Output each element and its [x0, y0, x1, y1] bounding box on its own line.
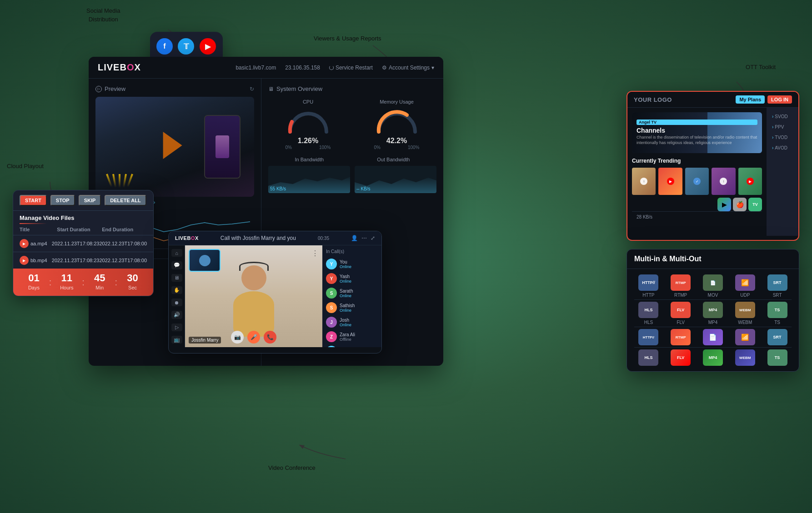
- service-restart-btn[interactable]: Service Restart: [329, 65, 373, 71]
- account-settings-btn[interactable]: ⚙ Account Settings ▾: [382, 65, 434, 71]
- countdown-days-label: Days: [28, 285, 40, 290]
- ott-body: Angel TV Channels Channel is the dissemi…: [627, 108, 798, 236]
- srt-icon: SRT: [767, 274, 787, 291]
- vc-logo-accent: O: [191, 235, 195, 241]
- youtube-icon[interactable]: ▶: [200, 38, 216, 55]
- http-icon: HTTP//: [638, 274, 658, 291]
- playout-delete-btn[interactable]: DELETE ALL: [105, 195, 146, 206]
- vc-participant-zara: Z Zara Ali Offline: [326, 329, 378, 344]
- preview-video: [95, 97, 254, 197]
- multi-flv-v2: FLV: [667, 349, 695, 366]
- countdown-sep-2: :: [81, 273, 85, 291]
- vc-expand-icon[interactable]: ⤢: [371, 235, 375, 241]
- avatar-zara: Z: [326, 331, 337, 342]
- ott-nav-svod[interactable]: SVOD: [769, 112, 796, 121]
- mp4-icon: MP4: [703, 302, 723, 318]
- vc-participants-title: In Call(s): [326, 249, 378, 254]
- ott-login-btn[interactable]: LOG IN: [767, 95, 792, 104]
- ott-nav-avod[interactable]: AVOD: [769, 144, 796, 152]
- file-2-icon: ▶: [20, 256, 29, 265]
- memory-max: 100%: [408, 145, 420, 150]
- preview-title: ▷ Preview ↻: [95, 85, 254, 92]
- play-store-btn[interactable]: ▶: [717, 198, 731, 211]
- livebox-logo: LIVEBOX: [98, 62, 141, 73]
- stage-lights: [105, 174, 135, 188]
- ott-thumb-1[interactable]: ↑: [632, 168, 656, 195]
- annotation-cloud: Cloud Playout: [7, 162, 44, 170]
- vc-mic-btn[interactable]: 🎤: [247, 331, 260, 344]
- vc-user-icon[interactable]: 👤: [351, 235, 358, 241]
- ott-thumb-5[interactable]: ▶: [738, 168, 762, 195]
- playout-header: START STOP SKIP DELETE ALL: [13, 190, 153, 211]
- preview-refresh[interactable]: ↻: [250, 86, 254, 92]
- cpu-gauge-svg: [286, 107, 331, 134]
- header-info: basic1.livb7.com 23.106.35.158 Service R…: [236, 65, 434, 71]
- thumb-2-icon: ▶: [667, 178, 674, 185]
- part-name-yash: Yash: [340, 274, 378, 279]
- vc-video-btn[interactable]: 📷: [231, 331, 244, 344]
- memory-gauge-svg: [374, 107, 420, 134]
- mp4-v2-icon: MP4: [703, 349, 723, 366]
- part-name-sathish: Sathish: [340, 303, 378, 308]
- vc-settings-icon[interactable]: ⋯: [361, 235, 367, 241]
- doc-icon: 📄: [703, 329, 723, 345]
- twitter-icon[interactable]: 𝕋: [178, 38, 194, 55]
- ts-label: TS: [774, 320, 780, 325]
- ott-thumb-2[interactable]: ▶: [658, 168, 682, 195]
- countdown-row: 01 Days : 11 Hours : 45 Min : 30 Sec: [13, 269, 153, 296]
- ott-hero-banner: Angel TV Channels Channel is the dissemi…: [632, 112, 762, 153]
- vc-share-icon[interactable]: ▷: [171, 324, 182, 331]
- ott-header-btns: My Plans LOG IN: [736, 95, 792, 104]
- file-2-end: 2022.12.23T17:08:00: [99, 258, 147, 263]
- vc-record-icon[interactable]: ⏺: [171, 299, 182, 306]
- vc-chat-icon[interactable]: 💬: [171, 261, 182, 269]
- vc-more-icon[interactable]: ⋮: [311, 249, 319, 258]
- person-head: [241, 265, 266, 290]
- rtmp-icon: RTMP: [671, 274, 691, 291]
- bandwidth-section: In Bandwidth Out Bandwidth 55 KB/s -- KB…: [268, 157, 436, 193]
- cpu-min: 0%: [286, 145, 292, 150]
- vc-call-title: Call with Jossfin Marry and you: [221, 235, 296, 241]
- vc-sound-icon[interactable]: 🔊: [171, 311, 182, 319]
- avatar-yash: Y: [326, 273, 337, 284]
- rtmp-label: RTMP: [674, 293, 687, 298]
- multi-rtmp: RTMP RTMP: [667, 274, 695, 298]
- udp-v2-icon: 📶: [735, 329, 755, 345]
- vc-screen-icon[interactable]: 🖥: [171, 274, 182, 282]
- person-figure: [233, 265, 274, 337]
- thumb-1-icon: ↑: [640, 178, 647, 185]
- android-tv-btn[interactable]: TV: [748, 198, 762, 211]
- vc-monitor-icon[interactable]: 📺: [171, 336, 182, 344]
- out-bandwidth-value: -- KB/s: [356, 186, 371, 191]
- ott-thumb-4[interactable]: ↑: [712, 168, 735, 195]
- countdown-sep-3: :: [114, 273, 119, 291]
- playout-start-btn[interactable]: START: [20, 195, 47, 206]
- countdown-hours-num: 11: [52, 273, 81, 283]
- avatar-sarath: S: [326, 288, 337, 299]
- cloud-playout-card: START STOP SKIP DELETE ALL Manage Video …: [13, 190, 154, 296]
- file-1-icon: ▶: [20, 239, 29, 248]
- ott-toolkit-card: YOUR LOGO My Plans LOG IN Angel TV Chann…: [627, 91, 799, 241]
- vc-home-icon[interactable]: ⌂: [171, 249, 182, 257]
- memory-min: 0%: [374, 145, 381, 150]
- playout-stop-btn[interactable]: STOP: [50, 195, 75, 206]
- thumb-3-icon: ✓: [693, 178, 701, 185]
- vc-person-video: Jossfin Marry ⋮ 📷 🎤 📞: [185, 245, 322, 347]
- out-bandwidth-chart: -- KB/s: [355, 166, 436, 193]
- ott-nav-tvod[interactable]: TVOD: [769, 133, 796, 142]
- countdown-days-num: 01: [20, 273, 48, 283]
- ott-nav-ppv[interactable]: PPV: [769, 123, 796, 131]
- playout-row-1: ▶ aa.mp4 2022.11.23T17:08:23 2022.12.23T…: [13, 235, 153, 252]
- app-store-btn[interactable]: 🍎: [733, 198, 747, 211]
- playout-row-2: ▶ bb.mp4 2022.11.23T17:08:23 2022.12.23T…: [13, 252, 153, 269]
- col-title: Title: [20, 227, 57, 232]
- vc-hand-icon[interactable]: ✋: [171, 286, 182, 294]
- vc-end-call-btn[interactable]: 📞: [264, 331, 276, 344]
- in-bandwidth-value: 55 KB/s: [270, 186, 286, 191]
- playout-skip-btn[interactable]: SKIP: [79, 195, 101, 206]
- ip-label: 23.106.35.158: [285, 65, 320, 71]
- ott-plans-btn[interactable]: My Plans: [736, 95, 765, 104]
- facebook-icon[interactable]: f: [156, 38, 173, 55]
- ott-thumb-3[interactable]: ✓: [685, 168, 709, 195]
- vc-bottom-controls: 📷 🎤 📞: [231, 331, 276, 344]
